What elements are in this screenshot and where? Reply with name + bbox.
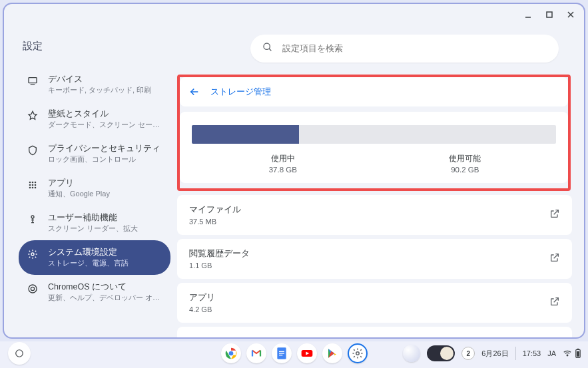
svg-point-24 [228,351,233,356]
svg-point-14 [35,187,37,189]
storage-row-title: 閲覧履歴データ [189,248,250,260]
maximize-button[interactable] [541,7,557,23]
svg-line-20 [269,49,271,51]
open-external-icon[interactable] [549,296,560,309]
gear-icon [27,248,39,260]
sidebar-item-label: 壁紙とスタイル [48,108,160,120]
youtube-icon[interactable] [297,343,317,363]
svg-point-17 [29,285,37,293]
open-external-icon[interactable] [549,208,560,222]
shelf-separator [515,347,516,360]
storage-bar [192,125,556,144]
svg-point-19 [264,43,270,49]
svg-rect-28 [279,355,282,355]
storage-row[interactable]: オフライン ファイル13.8 MB [177,327,572,337]
sidebar-item-label: デバイス [48,74,151,85]
sidebar-item[interactable]: デバイスキーボード, タッチパッド, 印刷 [19,67,170,102]
shelf-ime: JA [547,349,556,357]
svg-point-10 [32,184,34,186]
highlight-annotation: ストレージ管理 使用中 37.8 GB [177,75,571,191]
sidebar-item[interactable]: アプリ通知、Google Play [19,171,170,206]
back-button[interactable] [188,85,201,98]
storage-free-label: 使用可能 [374,153,557,164]
settings-main: ストレージ管理 使用中 37.8 GB [177,25,584,337]
storage-free-col: 使用可能 90.2 GB [374,153,557,174]
shelf: 2 6月26日 17:53 JA [0,341,588,368]
notification-badge[interactable]: 2 [461,347,475,360]
shield-icon [27,144,39,156]
svg-point-7 [32,182,34,184]
storage-row[interactable]: マイファイル37.5 MB [177,195,572,235]
sidebar-item-sublabel: スクリーン リーダー、拡大 [48,224,138,234]
svg-point-8 [35,182,37,184]
wifi-icon [563,349,572,358]
sidebar-item-sublabel: キーボード, タッチパッド, 印刷 [48,85,151,95]
sidebar-item[interactable]: プライバシーとセキュリティロック画面、コントロール [19,136,170,171]
docs-icon[interactable] [272,343,292,363]
storage-page-header: ストレージ管理 [180,77,568,106]
storage-row-size: 4.2 GB [189,305,215,313]
storage-row[interactable]: 閲覧履歴データ1.1 GB [177,239,572,279]
page-title: ストレージ管理 [210,86,271,98]
settings-app-icon[interactable] [348,343,368,363]
settings-window: 設定 デバイスキーボード, タッチパッド, 印刷壁紙とスタイルダークモード、スク… [3,3,585,339]
sidebar-item[interactable]: ユーザー補助機能スクリーン リーダー、拡大 [19,206,170,240]
svg-rect-34 [577,351,579,357]
sidebar-title: 設定 [19,32,170,67]
sidebar-item-label: ユーザー補助機能 [48,212,138,224]
search-icon [262,42,273,55]
storage-bar-used [192,125,299,144]
gmail-icon[interactable] [246,343,266,363]
sidebar-item[interactable]: 壁紙とスタイルダークモード、スクリーン セー… [19,102,170,136]
svg-rect-26 [279,351,284,352]
svg-point-18 [31,287,34,290]
accessibility-icon [27,214,39,226]
sidebar-item[interactable]: ChromeOS について更新、ヘルプ、デベロッパー オ… [19,275,170,309]
shelf-status[interactable]: 2 6月26日 17:53 JA [403,345,581,362]
storage-row-size: 1.1 GB [189,262,250,270]
sidebar-item-sublabel: ロック画面、コントロール [48,154,160,164]
storage-free-value: 90.2 GB [374,166,557,174]
launcher-button[interactable] [8,342,31,365]
apps-grid-icon [27,179,39,191]
storage-row-size: 37.5 MB [189,218,241,226]
play-store-icon[interactable] [322,343,342,363]
sidebar-item-label: システム環境設定 [48,247,129,258]
svg-rect-1 [547,12,552,17]
sidebar-item-label: アプリ [48,178,110,189]
chrome-icon[interactable] [221,343,241,363]
svg-rect-4 [29,78,37,83]
quick-toggle[interactable] [427,345,455,361]
storage-row-title: オフライン ファイル [189,336,269,337]
sidebar-item[interactable]: システム環境設定ストレージ、電源、言語 [19,240,170,275]
sidebar-item-label: ChromeOS について [48,281,160,293]
sidebar-item-sublabel: 更新、ヘルプ、デベロッパー オ… [48,293,160,303]
storage-row-title: マイファイル [189,204,241,216]
sidebar-item-sublabel: ストレージ、電源、言語 [48,258,129,268]
storage-summary-panel: 使用中 37.8 GB 使用可能 90.2 GB [180,112,568,183]
svg-point-22 [16,350,23,357]
storage-row[interactable]: アプリ4.2 GB [177,283,572,323]
svg-point-30 [356,352,359,355]
laptop-icon [27,75,39,87]
sidebar-item-sublabel: ダークモード、スクリーン セー… [48,120,160,130]
svg-point-11 [35,184,37,186]
open-external-icon[interactable] [549,252,560,266]
search-bar[interactable] [250,35,559,63]
shelf-date: 6月26日 [481,349,508,359]
close-button[interactable] [563,7,579,23]
storage-used-label: 使用中 [192,153,374,164]
search-input[interactable] [282,44,547,53]
holo-launcher-icon[interactable] [403,345,420,362]
settings-sidebar: 設定 デバイスキーボード, タッチパッド, 印刷壁紙とスタイルダークモード、スク… [4,25,177,337]
chrome-logo-icon [27,283,39,295]
svg-point-12 [29,187,31,189]
svg-point-16 [31,253,34,256]
shelf-apps [221,343,368,363]
storage-used-value: 37.8 GB [192,166,374,174]
svg-point-13 [32,187,34,189]
svg-point-31 [567,355,568,356]
window-titlebar [4,4,584,25]
sidebar-item-label: プライバシーとセキュリティ [48,143,160,154]
minimize-button[interactable] [520,7,536,23]
